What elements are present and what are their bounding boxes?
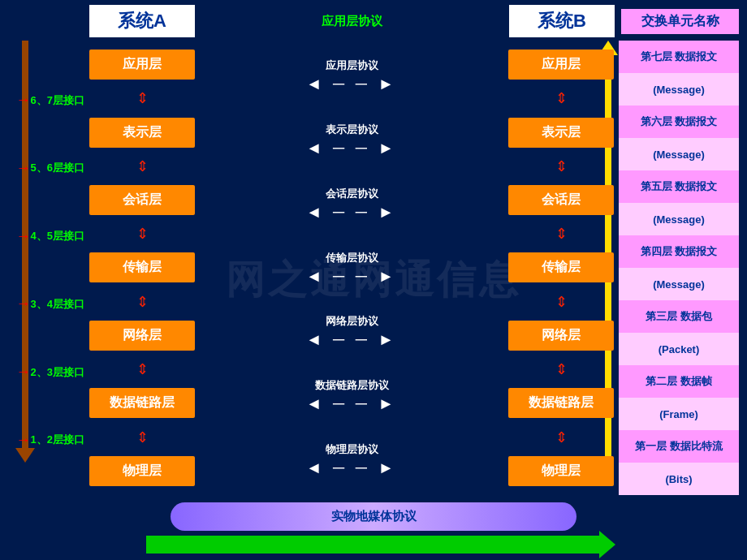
exchange-sub-6: (Bits) xyxy=(619,463,739,495)
protocol-row-0: 应用层协议◄ ─ ─ ► xyxy=(195,44,508,108)
content-grid: → 6、7层接口 → 5、6层接口 → 4、5层接口 → 3、4层接口 xyxy=(0,41,747,495)
v-arrow: ⇕ xyxy=(508,91,614,106)
protocol-row-6: 物理层协议◄ ─ ─ ► xyxy=(195,428,508,492)
layer-box-1: 表示层 xyxy=(508,118,614,148)
system-a-header: 系统A xyxy=(89,5,195,37)
layer-box-4: 网络层 xyxy=(89,321,195,351)
green-arrow-row xyxy=(0,536,747,554)
interface-56-label: 5、6层接口 xyxy=(31,161,84,175)
layer-box-3: 传输层 xyxy=(508,252,614,282)
protocol-center-header: 应用层协议 xyxy=(195,14,509,29)
interface-23-label: 2、3层接口 xyxy=(31,365,84,380)
protocol-label-1: 表示层协议 xyxy=(326,123,378,137)
exchange-sub-3: (Message) xyxy=(619,268,739,300)
layer-box-5: 数据链路层 xyxy=(89,388,195,418)
protocol-label-3: 传输层协议 xyxy=(326,251,378,265)
arrow-67: → xyxy=(16,92,31,109)
spacer xyxy=(8,124,89,144)
interface-23: → 2、3层接口 xyxy=(8,364,89,381)
protocol-label-5: 数据链路层协议 xyxy=(315,378,389,393)
protocol-row-4: 网络层协议◄ ─ ─ ► xyxy=(195,299,508,364)
v-arrow: ⇕ xyxy=(508,295,614,309)
main-container: 网之通网通信息 系统A 应用层协议 系统B 交换单元名称 → 6、7层接口 → … xyxy=(0,0,747,560)
layer-box-4: 网络层 xyxy=(508,321,614,351)
layer-box-2: 会话层 xyxy=(508,185,614,215)
layer-box-5: 数据链路层 xyxy=(508,388,614,418)
v-arrow: ⇕ xyxy=(508,159,614,174)
protocol-label-6: 物理层协议 xyxy=(326,442,378,457)
header-row: 系统A 应用层协议 系统B 交换单元名称 xyxy=(0,0,747,41)
protocol-row-5: 数据链路层协议◄ ─ ─ ► xyxy=(195,364,508,428)
layer-box-1: 表示层 xyxy=(89,118,195,148)
v-arrow: ⇕ xyxy=(508,430,614,445)
protocol-row-3: 传输层协议◄ ─ ─ ► xyxy=(195,236,508,300)
layer-box-0: 应用层 xyxy=(508,50,614,80)
v-arrow: ⇕ xyxy=(508,362,614,377)
interface-labels-col: → 6、7层接口 → 5、6层接口 → 4、5层接口 → 3、4层接口 xyxy=(8,41,89,495)
exchange-main-5: 第二层 数据帧 xyxy=(619,365,739,398)
protocol-arrow-4: ◄ ─ ─ ► xyxy=(306,330,398,349)
interface-34: → 3、4层接口 xyxy=(8,295,89,312)
exchange-main-3: 第四层 数据报文 xyxy=(619,235,739,268)
arrow-34: → xyxy=(16,295,31,312)
v-arrow: ⇕ xyxy=(89,362,195,377)
protocol-arrow-0: ◄ ─ ─ ► xyxy=(306,75,398,93)
layer-box-3: 传输层 xyxy=(89,252,195,282)
layer-box-0: 应用层 xyxy=(89,50,195,80)
v-arrow: ⇕ xyxy=(89,295,195,309)
medium-label: 实物地媒体协议 xyxy=(331,509,417,523)
bottom-area: 实物地媒体协议 xyxy=(0,495,747,560)
interface-67-label: 6、7层接口 xyxy=(31,93,84,108)
interface-12: → 1、2层接口 xyxy=(8,432,89,449)
spacer4 xyxy=(8,329,89,348)
interface-67: → 6、7层接口 xyxy=(8,92,89,109)
top-spacer xyxy=(8,52,89,76)
arrow-23: → xyxy=(16,364,31,381)
middle-protocols: 应用层协议◄ ─ ─ ►表示层协议◄ ─ ─ ►会话层协议◄ ─ ─ ►传输层协… xyxy=(195,41,508,495)
exchange-main-1: 第六层 数据报文 xyxy=(619,106,739,138)
protocol-row-2: 会话层协议◄ ─ ─ ► xyxy=(195,172,508,236)
exchange-main-2: 第五层 数据报文 xyxy=(619,170,739,203)
system-a-layers: 应用层⇕表示层⇕会话层⇕传输层⇕网络层⇕数据链路层⇕物理层 xyxy=(89,41,195,495)
exchange-main-0: 第七层 数据报文 xyxy=(619,41,739,73)
spacer3 xyxy=(8,261,89,280)
protocol-arrow-6: ◄ ─ ─ ► xyxy=(306,459,398,477)
exchange-sub-5: (Frame) xyxy=(619,398,739,430)
arrow-12: → xyxy=(16,432,31,449)
layer-box-2: 会话层 xyxy=(89,185,195,215)
green-arrow-bar xyxy=(146,536,601,554)
arrow-56: → xyxy=(16,160,31,177)
protocol-label-0: 应用层协议 xyxy=(326,58,378,73)
protocol-row-1: 表示层协议◄ ─ ─ ► xyxy=(195,108,508,172)
arrow-45: → xyxy=(16,228,31,245)
exchange-sub-1: (Message) xyxy=(619,138,739,170)
spacer6 xyxy=(8,464,89,484)
v-arrow: ⇕ xyxy=(89,226,195,241)
v-arrow: ⇕ xyxy=(508,226,614,241)
exchange-main-4: 第三层 数据包 xyxy=(619,300,739,333)
v-arrow: ⇕ xyxy=(89,91,195,106)
exchange-header: 交换单元名称 xyxy=(621,9,739,34)
exchange-sub-4: (Packet) xyxy=(619,333,739,365)
system-b-header: 系统B xyxy=(509,5,615,37)
system-b-layers: 应用层⇕表示层⇕会话层⇕传输层⇕网络层⇕数据链路层⇕物理层 xyxy=(508,41,614,495)
physical-medium-bar: 实物地媒体协议 xyxy=(171,502,576,531)
layer-box-6: 物理层 xyxy=(508,456,614,486)
exchange-col: 第七层 数据报文(Message)第六层 数据报文(Message)第五层 数据… xyxy=(619,41,739,495)
spacer2 xyxy=(8,192,89,212)
exchange-sub-2: (Message) xyxy=(619,203,739,235)
v-arrow: ⇕ xyxy=(89,430,195,445)
exchange-main-6: 第一层 数据比特流 xyxy=(619,430,739,463)
spacer5 xyxy=(8,396,89,416)
v-arrow: ⇕ xyxy=(89,159,195,174)
protocol-arrow-3: ◄ ─ ─ ► xyxy=(306,267,398,286)
interface-34-label: 3、4层接口 xyxy=(31,297,84,312)
interface-45-label: 4、5层接口 xyxy=(31,229,84,243)
interface-12-label: 1、2层接口 xyxy=(31,433,84,447)
protocol-arrow-1: ◄ ─ ─ ► xyxy=(306,139,398,157)
protocol-arrow-5: ◄ ─ ─ ► xyxy=(306,394,398,413)
protocol-label-2: 会话层协议 xyxy=(326,187,378,201)
protocol-label-4: 网络层协议 xyxy=(326,314,378,329)
layer-box-6: 物理层 xyxy=(89,456,195,486)
exchange-sub-0: (Message) xyxy=(619,73,739,106)
